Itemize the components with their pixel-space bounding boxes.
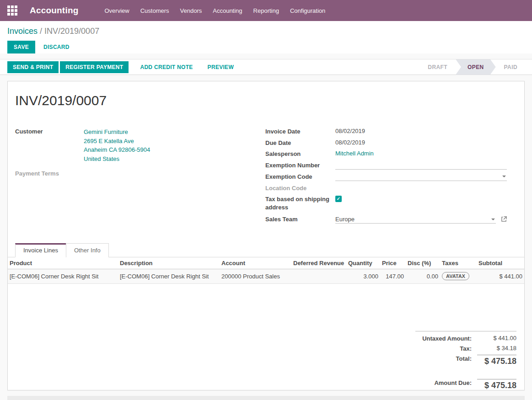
invoice-sheet: INV/2019/0007 Customer Gemini Furniture … (7, 81, 525, 390)
col-description[interactable]: Description (118, 257, 220, 269)
notebook-tabs: Invoice Lines Other Info (8, 243, 524, 257)
breadcrumb-zone: Invoices / INV/2019/0007 SAVE DISCARD (0, 21, 532, 53)
due-date-label: Due Date (265, 139, 335, 147)
cell-price[interactable]: 147.00 (380, 269, 406, 284)
sales-team-label: Sales Team (265, 215, 335, 224)
form-action-buttons: SAVE DISCARD (7, 41, 525, 53)
total-value: $ 475.18 (477, 355, 516, 366)
salesperson-value[interactable]: Mitchell Admin (335, 150, 374, 157)
cell-quantity[interactable]: 3.000 (346, 269, 380, 284)
sales-team-value: Europe (335, 216, 355, 223)
cell-taxes[interactable]: AVATAX (440, 269, 477, 284)
cell-subtotal: $ 441.00 (477, 269, 524, 284)
status-bar: DRAFT OPEN PAID (419, 59, 526, 75)
discard-button[interactable]: DISCARD (39, 41, 74, 53)
customer-city[interactable]: Anaheim CA 92806-5904 (84, 145, 150, 155)
exemption-number-input[interactable] (335, 161, 507, 170)
status-draft[interactable]: DRAFT (419, 59, 456, 75)
due-date-value[interactable]: 08/02/2019 (335, 139, 517, 146)
invoice-line-row[interactable]: [E-COM06] Corner Desk Right Sit [E-COM06… (8, 269, 524, 284)
untaxed-amount-label: Untaxed Amount: (415, 335, 472, 342)
register-payment-button[interactable]: REGISTER PAYMENT (60, 61, 129, 73)
fields-right-column: Invoice Date 08/02/2019 Due Date 08/02/2… (265, 128, 517, 227)
send-print-button[interactable]: SEND & PRINT (7, 61, 59, 73)
menu-item-configuration[interactable]: Configuration (289, 5, 326, 17)
col-account[interactable]: Account (220, 257, 291, 269)
caret-down-icon[interactable] (502, 176, 506, 177)
invoice-date-label: Invoice Date (265, 128, 335, 136)
external-link-icon[interactable] (501, 216, 507, 222)
customer-country[interactable]: United States (84, 155, 150, 164)
col-deferred-revenue[interactable]: Deferred Revenue (291, 257, 346, 269)
status-open[interactable]: OPEN (456, 59, 496, 75)
breadcrumb: Invoices / INV/2019/0007 (7, 27, 525, 36)
invoice-number-title: INV/2019/0007 (15, 93, 517, 108)
customer-label: Customer (15, 128, 84, 136)
table-header-row: Product Description Account Deferred Rev… (8, 257, 524, 269)
cell-account[interactable]: 200000 Product Sales (220, 269, 291, 284)
preview-button[interactable]: PREVIEW (203, 61, 238, 74)
col-taxes[interactable]: Taxes (440, 257, 477, 269)
caret-down-icon[interactable] (491, 219, 495, 220)
payment-terms-label: Payment Terms (15, 170, 84, 178)
check-icon: ✓ (337, 197, 340, 201)
total-label: Total: (415, 355, 472, 362)
status-paid[interactable]: PAID (496, 59, 526, 75)
exemption-code-select[interactable] (335, 173, 507, 181)
customer-address-block: Gemini Furniture 2695 E Katella Ave Anah… (84, 128, 150, 163)
location-code-label: Location Code (265, 184, 335, 192)
totals-block: Untaxed Amount: $ 441.00 Tax: $ 34.18 To… (415, 331, 516, 369)
menu-item-overview[interactable]: Overview (104, 5, 130, 17)
amount-due-value: $ 475.18 (477, 379, 516, 390)
customer-name-link[interactable]: Gemini Furniture (84, 128, 150, 137)
page-footer-strip (7, 396, 525, 400)
content-area: INV/2019/0007 Customer Gemini Furniture … (0, 75, 532, 400)
menu-item-accounting[interactable]: Accounting (212, 5, 243, 17)
invoice-date-value[interactable]: 08/02/2019 (335, 128, 517, 134)
tax-shipping-checkbox[interactable]: ✓ (335, 196, 342, 202)
menu-item-customers[interactable]: Customers (140, 5, 170, 17)
main-menu: Overview Customers Vendors Accounting Re… (104, 5, 327, 17)
apps-grid-icon[interactable] (7, 5, 17, 16)
menu-item-vendors[interactable]: Vendors (179, 5, 203, 17)
salesperson-label: Salesperson (265, 150, 335, 158)
add-credit-note-button[interactable]: ADD CREDIT NOTE (135, 61, 197, 74)
col-disc[interactable]: Disc (%) (406, 257, 440, 269)
fields-left-column: Customer Gemini Furniture 2695 E Katella… (15, 128, 265, 227)
save-button[interactable]: SAVE (7, 41, 35, 53)
document-action-buttons: SEND & PRINT REGISTER PAYMENT ADD CREDIT… (7, 61, 419, 74)
cell-product[interactable]: [E-COM06] Corner Desk Right Sit (8, 269, 118, 284)
col-subtotal[interactable]: Subtotal (477, 257, 524, 269)
breadcrumb-current: INV/2019/0007 (44, 27, 99, 36)
cell-disc[interactable]: 0.00 (406, 269, 440, 284)
amount-due-block: Amount Due: $ 475.18 (415, 379, 516, 390)
menu-item-reporting[interactable]: Reporting (253, 5, 280, 17)
sales-team-select[interactable]: Europe (335, 215, 496, 224)
untaxed-amount-value: $ 441.00 (477, 335, 516, 341)
exemption-code-label: Exemption Code (265, 173, 335, 181)
tax-shipping-label: Tax based on shipping address (265, 195, 335, 211)
tax-value: $ 34.18 (477, 345, 516, 352)
col-price[interactable]: Price (380, 257, 406, 269)
cell-deferred-revenue[interactable] (291, 269, 346, 284)
invoice-lines-table: Product Description Account Deferred Rev… (8, 257, 524, 284)
app-title[interactable]: Accounting (30, 5, 79, 16)
control-panel: SEND & PRINT REGISTER PAYMENT ADD CREDIT… (0, 59, 532, 75)
breadcrumb-invoices-link[interactable]: Invoices (7, 27, 38, 36)
amount-due-label: Amount Due: (415, 379, 472, 386)
customer-street[interactable]: 2695 E Katella Ave (84, 137, 150, 146)
breadcrumb-separator: / (38, 27, 44, 36)
tax-label: Tax: (415, 345, 472, 352)
cell-description[interactable]: [E-COM06] Corner Desk Right Sit (118, 269, 220, 284)
exemption-number-label: Exemption Number (265, 161, 335, 170)
invoice-fields: Customer Gemini Furniture 2695 E Katella… (15, 128, 517, 227)
col-quantity[interactable]: Quantity (346, 257, 380, 269)
top-navbar: Accounting Overview Customers Vendors Ac… (0, 0, 532, 21)
col-product[interactable]: Product (8, 257, 118, 269)
tax-badge[interactable]: AVATAX (442, 272, 469, 280)
tab-other-info[interactable]: Other Info (66, 243, 109, 257)
tab-invoice-lines[interactable]: Invoice Lines (15, 243, 66, 257)
